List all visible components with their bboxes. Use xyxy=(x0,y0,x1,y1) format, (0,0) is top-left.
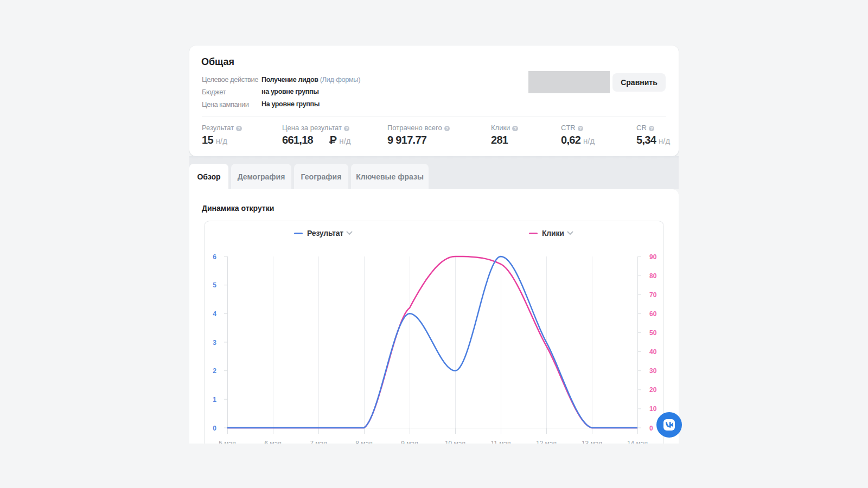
svg-text:90: 90 xyxy=(649,253,657,261)
svg-text:0: 0 xyxy=(649,425,653,432)
svg-text:40: 40 xyxy=(649,348,657,356)
svg-text:20: 20 xyxy=(649,386,657,394)
svg-text:60: 60 xyxy=(649,310,657,318)
svg-text:1: 1 xyxy=(213,396,216,403)
svg-text:70: 70 xyxy=(649,291,657,299)
svg-text:0: 0 xyxy=(213,425,216,432)
svg-text:13 мая: 13 мая xyxy=(582,440,602,447)
svg-text:2: 2 xyxy=(213,367,216,375)
svg-text:80: 80 xyxy=(649,272,657,280)
svg-text:11 мая: 11 мая xyxy=(490,440,510,447)
svg-text:3: 3 xyxy=(213,339,216,346)
svg-text:30: 30 xyxy=(649,367,657,375)
svg-text:12 мая: 12 мая xyxy=(536,440,557,447)
svg-text:10 мая: 10 мая xyxy=(445,440,465,447)
svg-text:10: 10 xyxy=(649,405,657,413)
svg-text:8 мая: 8 мая xyxy=(355,440,372,447)
svg-text:4: 4 xyxy=(213,310,216,318)
svg-text:14 мая: 14 мая xyxy=(627,440,648,447)
svg-text:5: 5 xyxy=(213,281,216,289)
svg-text:50: 50 xyxy=(649,329,657,337)
svg-text:6 мая: 6 мая xyxy=(264,440,281,447)
svg-text:6: 6 xyxy=(213,253,216,261)
svg-text:7 мая: 7 мая xyxy=(310,440,327,447)
svg-text:9 мая: 9 мая xyxy=(401,440,418,447)
svg-text:5 мая: 5 мая xyxy=(219,440,235,447)
